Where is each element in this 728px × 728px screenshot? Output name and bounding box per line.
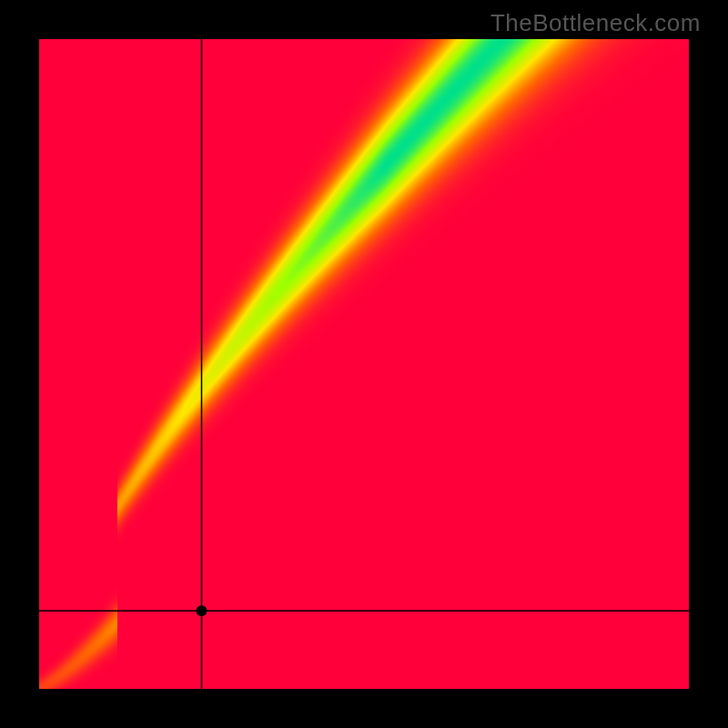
chart-frame: TheBottleneck.com [0,0,728,728]
plot-area [39,39,689,689]
heatmap-canvas [39,39,689,689]
watermark-text: TheBottleneck.com [490,9,701,37]
